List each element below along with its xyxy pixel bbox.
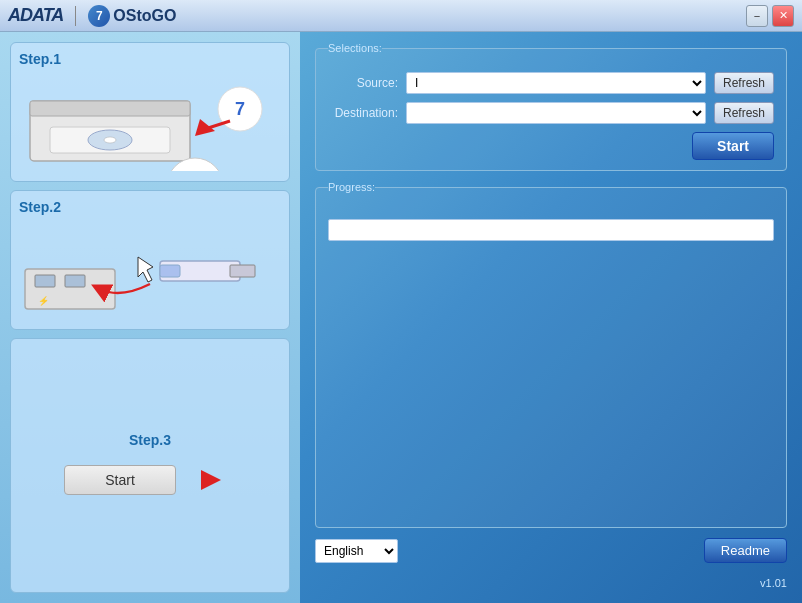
step3-start-button[interactable]: Start [64,465,176,495]
step3-arrow-icon [196,460,236,500]
svg-rect-11 [35,275,55,287]
destination-row: Destination: Refresh [328,102,774,124]
close-button[interactable]: ✕ [772,5,794,27]
svg-text:⚡: ⚡ [38,295,50,307]
minimize-button[interactable]: − [746,5,768,27]
source-label: Source: [328,76,398,90]
titlebar: ADATA 7 OStoGO − ✕ [0,0,802,32]
step2-box: Step.2 ⚡ [10,190,290,330]
left-panel: Step.1 7 [0,32,300,603]
step1-box: Step.1 7 [10,42,290,182]
adata-logo: ADATA [8,5,63,26]
logo-area: ADATA 7 OStoGO [8,5,176,27]
destination-label: Destination: [328,106,398,120]
svg-rect-16 [160,265,180,277]
right-panel: Selections: Source: I Refresh Destinatio… [300,32,802,603]
svg-marker-18 [138,257,153,282]
svg-point-4 [104,137,116,143]
language-select[interactable]: English Chinese Japanese German French [315,539,398,563]
svg-marker-19 [201,470,221,490]
progress-group: Progress: [315,181,787,528]
bottom-bar: English Chinese Japanese German French R… [315,538,787,563]
window-controls: − ✕ [746,5,794,27]
destination-select[interactable] [406,102,706,124]
source-row: Source: I Refresh [328,72,774,94]
step1-label: Step.1 [19,51,281,67]
readme-button[interactable]: Readme [704,538,787,563]
ostogo-icon: 7 [88,5,110,27]
svg-rect-12 [65,275,85,287]
svg-rect-15 [230,265,255,277]
start-button[interactable]: Start [692,132,774,160]
destination-refresh-button[interactable]: Refresh [714,102,774,124]
step3-box: Step.3 Start [10,338,290,593]
step1-svg: 7 [20,71,280,171]
source-select[interactable]: I [406,72,706,94]
step2-illustration: ⚡ [19,219,281,319]
step2-label: Step.2 [19,199,281,215]
start-btn-container: Start [328,132,774,160]
selections-group: Selections: Source: I Refresh Destinatio… [315,42,787,171]
svg-rect-1 [30,101,190,116]
ostogo-text: OStoGO [113,7,176,25]
logo-divider [75,6,76,26]
progress-legend: Progress: [328,181,375,193]
source-refresh-button[interactable]: Refresh [714,72,774,94]
step1-illustration: 7 [19,71,281,171]
selections-legend: Selections: [328,42,382,54]
ostogo-logo: 7 OStoGO [88,5,176,27]
step2-svg: ⚡ [20,219,280,319]
version-text: v1.01 [315,573,787,593]
progress-bar-container [328,219,774,241]
main-content: Step.1 7 [0,32,802,603]
svg-text:7: 7 [235,99,245,119]
step3-label: Step.3 [129,432,171,448]
